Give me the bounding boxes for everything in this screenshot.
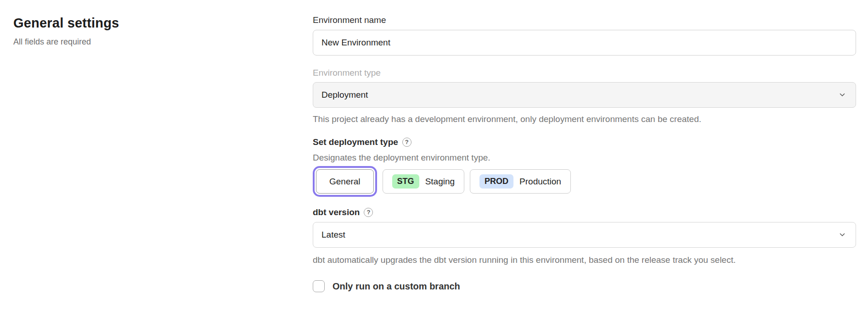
option-label: Staging: [425, 177, 455, 187]
page-subtitle: All fields are required: [13, 36, 271, 47]
dbt-version-value: Latest: [321, 230, 345, 240]
environment-name-input[interactable]: [313, 30, 856, 56]
environment-type-label: Environment type: [313, 67, 856, 78]
deployment-type-description: Designates the deployment environment ty…: [313, 152, 856, 163]
deployment-type-option-general[interactable]: General: [316, 169, 374, 194]
deployment-type-option-production[interactable]: PROD Production: [470, 169, 571, 194]
environment-type-select[interactable]: Deployment: [313, 82, 856, 108]
option-label: General: [329, 177, 361, 187]
deployment-type-option-staging[interactable]: STG Staging: [383, 169, 464, 194]
help-icon[interactable]: ?: [402, 138, 411, 147]
environment-type-value: Deployment: [321, 90, 368, 100]
staging-badge: STG: [392, 174, 419, 189]
custom-branch-checkbox[interactable]: [313, 280, 325, 292]
environment-type-helper: This project already has a development e…: [313, 114, 856, 124]
environment-name-label: Environment name: [313, 15, 856, 25]
help-icon[interactable]: ?: [364, 208, 373, 217]
page-title: General settings: [13, 14, 271, 32]
deployment-type-label: Set deployment type ?: [313, 137, 856, 147]
dbt-version-label-text: dbt version: [313, 207, 360, 217]
option-label: Production: [519, 177, 561, 187]
custom-branch-label[interactable]: Only run on a custom branch: [333, 281, 460, 292]
environment-settings-form: Environment name Environment type Deploy…: [313, 15, 856, 292]
production-badge: PROD: [479, 174, 513, 189]
dbt-version-label: dbt version ?: [313, 207, 856, 217]
deployment-type-options: General STG Staging PROD Production: [313, 169, 856, 194]
chevron-down-icon: [838, 91, 846, 99]
dbt-version-select[interactable]: Latest: [313, 222, 856, 248]
chevron-down-icon: [838, 231, 846, 239]
dbt-version-helper: dbt automatically upgrades the dbt versi…: [313, 255, 856, 265]
custom-branch-row: Only run on a custom branch: [313, 280, 856, 292]
deployment-type-label-text: Set deployment type: [313, 137, 398, 147]
settings-header: General settings All fields are required: [13, 14, 271, 47]
